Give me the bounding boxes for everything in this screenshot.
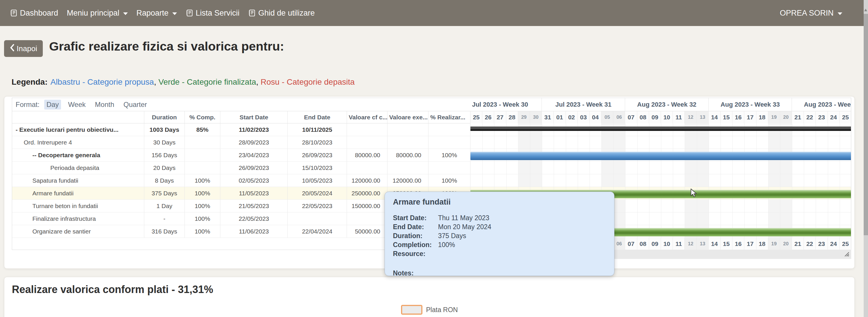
tooltip-field-label: Duration: [393, 231, 435, 241]
format-option-week[interactable]: Week [66, 100, 88, 109]
column-header-task [12, 111, 144, 123]
timeline-day: 04 [590, 111, 601, 123]
valoric-panel: Realizare valorica conform plati - 31,31… [4, 277, 855, 317]
task-tooltip: Armare fundatii Start Date:Thu 11 May 20… [384, 192, 614, 276]
timeline-day: 18 [756, 111, 768, 123]
legend-red-text: Rosu - Categorie depasita [260, 77, 354, 86]
task-row[interactable]: Sapatura fundatii 8 Days 100% 02/05/2023… [12, 174, 851, 187]
chevron-left-icon [10, 44, 14, 54]
timeline-day: 24 [828, 238, 840, 250]
nav-item-dashboard[interactable]: Dashboard [10, 9, 58, 18]
valoric-title: Realizare valorica conform plati - 31,31… [12, 283, 213, 296]
timeline-day: 28 [506, 111, 518, 123]
tooltip-field-label: Notes: [393, 269, 435, 278]
timeline-week-header: Aug 2023 - Week 33 [709, 98, 792, 111]
timeline-week-header: Jul 2023 - Week 30 [470, 98, 542, 111]
nav-item-meniu-principal[interactable]: Meniu principal [67, 9, 128, 18]
chevron-down-icon [838, 12, 842, 15]
user-menu[interactable]: OPREA SORIN [780, 9, 842, 18]
timeline-day: 20 [780, 111, 792, 123]
timeline-day: 12 [685, 111, 696, 123]
column-header-end: End Date [288, 111, 347, 123]
timeline-day: 27 [494, 111, 506, 123]
nav-item-ghid-de-utilizare[interactable]: Ghid de utilizare [248, 9, 315, 18]
nav-items: Dashboard Meniu principal Rapoarte Lista… [10, 9, 315, 18]
timeline-day: 05 [601, 111, 613, 123]
timeline-day: 15 [720, 111, 733, 123]
legend-blue-text: Albastru - Categorie propusa [50, 77, 154, 86]
timeline-day: 08 [637, 111, 649, 123]
timeline-day: 14 [709, 111, 720, 123]
timeline-day: 29 [518, 111, 530, 123]
timeline-day: 25 [470, 111, 482, 123]
timeline-day: 07 [625, 111, 637, 123]
timeline-day: 09 [649, 111, 661, 123]
navbar: Dashboard Meniu principal Rapoarte Lista… [0, 0, 864, 26]
nav-label: Dashboard [20, 9, 58, 18]
column-header-duration: Duration [144, 111, 185, 123]
timeline-days-top: 2526272829303101020304050607080910111213… [470, 111, 851, 123]
task-row[interactable]: Perioada depasita 20 Days 26/09/2023 15/… [12, 162, 851, 174]
nav-item-rapoarte[interactable]: Rapoarte [136, 9, 177, 18]
tooltip-field-value: Thu 11 May 2023 [438, 214, 489, 223]
timeline-week-header: Aug 2023 - Week 34 [792, 98, 851, 111]
format-toolbar: Format: Day Week Month Quarter [16, 98, 149, 111]
nav-label: Meniu principal [67, 9, 119, 18]
chevron-down-icon [123, 12, 128, 15]
timeline-day: 16 [733, 111, 744, 123]
tooltip-field-value: 100% [438, 241, 455, 249]
timeline-day: 12 [685, 238, 696, 250]
journal-icon [186, 9, 193, 17]
column-header-realizar: % Realizar... [429, 111, 470, 123]
timeline-day: 30 [530, 111, 542, 123]
plata-ron-swatch-icon [401, 305, 423, 315]
gantt-header-weeks: Format: Day Week Month Quarter Jul 2023 … [12, 98, 851, 111]
legend-separator: , [256, 77, 261, 86]
task-row[interactable]: Ord. Intrerupere 4 30 Days 28/09/2023 28… [12, 136, 851, 149]
timeline-day: 01 [554, 111, 565, 123]
timeline-day: 22 [804, 111, 816, 123]
format-option-day[interactable]: Day [44, 100, 61, 109]
color-legend: Legenda:Albastru - Categorie propusa, Ve… [11, 77, 355, 87]
timeline-day: 10 [661, 238, 673, 250]
legend-separator: , [154, 77, 158, 86]
timeline-day: 26 [482, 111, 494, 123]
legend-green-text: Verde - Categorie finalizata [158, 77, 256, 86]
timeline-day: 17 [744, 238, 756, 250]
valoric-chart-legend[interactable]: Plata RON [4, 305, 855, 315]
user-name: OPREA SORIN [780, 9, 834, 18]
back-button[interactable]: Inapoi [4, 40, 43, 57]
timeline-day: 23 [816, 238, 828, 250]
timeline-day: 23 [816, 111, 828, 123]
journal-icon [10, 9, 17, 17]
timeline-week-header: Jul 2023 - Week 31 [542, 98, 625, 111]
page-title: Grafic realizare fizica si valorica pent… [49, 39, 284, 54]
tooltip-field-value: 375 Days [438, 231, 466, 241]
tooltip-field-value: Mon 20 May 2024 [438, 223, 491, 231]
timeline-day: 17 [744, 111, 756, 123]
gantt-bar-decopertare[interactable] [470, 152, 851, 160]
gantt-bar-summary-executie[interactable] [470, 127, 851, 131]
journal-icon [248, 9, 256, 17]
scrollbar-thumb[interactable] [864, 14, 868, 235]
vertical-scrollbar[interactable] [864, 0, 868, 317]
resize-handle-icon[interactable] [844, 251, 850, 259]
timeline-day: 11 [673, 111, 685, 123]
column-header-comp: % Comp. [185, 111, 220, 123]
format-option-month[interactable]: Month [93, 100, 117, 109]
nav-item-lista-servicii[interactable]: Lista Servicii [186, 9, 240, 18]
nav-label: Lista Servicii [196, 9, 240, 18]
timeline-day: 22 [804, 238, 816, 250]
format-option-quarter[interactable]: Quarter [121, 100, 149, 109]
timeline-day: 11 [673, 238, 685, 250]
timeline-day: 18 [756, 238, 768, 250]
column-header-valoare-cf: Valoare cf c... [347, 111, 388, 123]
scrollbar-up-arrow-icon[interactable] [864, 9, 867, 11]
timeline-week-header: Aug 2023 - Week 32 [625, 98, 708, 111]
format-label: Format: [16, 101, 40, 109]
column-header-valoare-exe: Valoare exe... [388, 111, 429, 123]
timeline-day: 13 [697, 111, 709, 123]
timeline-day: 09 [649, 238, 661, 250]
tooltip-field-label: End Date: [393, 223, 435, 231]
timeline-day: 31 [542, 111, 554, 123]
